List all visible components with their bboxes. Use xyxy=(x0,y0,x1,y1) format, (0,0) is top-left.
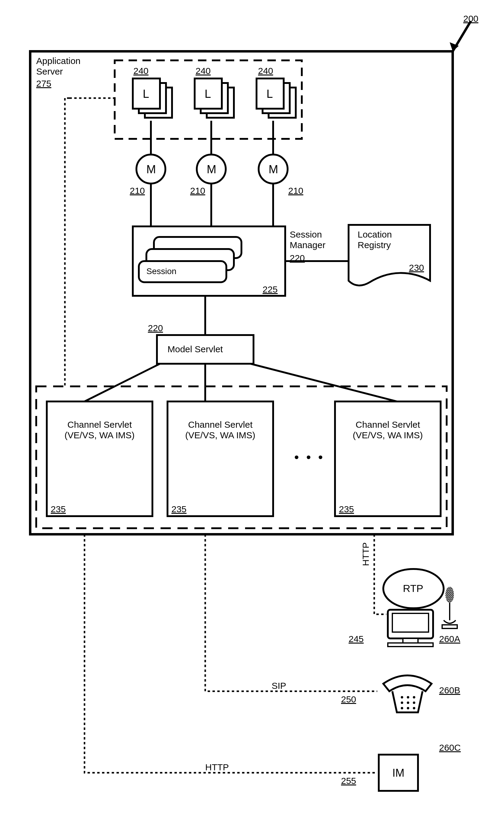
im-box-num: 260C xyxy=(439,743,461,753)
session-stack-num: 225 xyxy=(263,284,278,295)
channel-num-2: 235 xyxy=(171,504,187,515)
svg-point-51 xyxy=(407,702,409,704)
svg-rect-40 xyxy=(392,613,429,632)
svg-rect-42 xyxy=(388,643,433,647)
ellipsis: • • • xyxy=(294,450,325,465)
m-label-1: M xyxy=(146,163,156,176)
svg-rect-33 xyxy=(167,401,273,516)
app-server-label: Application Server xyxy=(36,56,81,77)
svg-rect-46 xyxy=(442,625,457,628)
channel-num-1: 235 xyxy=(51,504,66,515)
svg-point-48 xyxy=(407,696,409,698)
model-servlet-label: Model Servlet xyxy=(167,344,223,355)
channel-servlet-label-3: Channel Servlet (VE/VS, WA IMS) xyxy=(344,420,432,440)
svg-point-50 xyxy=(401,702,403,704)
l-num-2: 240 xyxy=(196,66,211,76)
l-num-1: 240 xyxy=(133,66,148,76)
m-num-1: 210 xyxy=(130,186,145,196)
l-label-3: L xyxy=(266,88,273,101)
svg-rect-41 xyxy=(403,638,418,643)
l-label-1: L xyxy=(143,88,149,101)
m-num-3: 210 xyxy=(288,186,303,196)
svg-point-49 xyxy=(413,696,415,698)
svg-point-44 xyxy=(445,587,454,602)
channel-servlet-label-1: Channel Servlet (VE/VS, WA IMS) xyxy=(56,420,143,440)
svg-line-28 xyxy=(85,364,160,401)
session-manager-label: Session Manager xyxy=(290,229,325,250)
svg-point-47 xyxy=(401,696,403,698)
phone-line-num: 250 xyxy=(341,694,356,705)
phone-num: 260B xyxy=(439,685,460,696)
svg-rect-32 xyxy=(47,401,152,516)
proto-sip: SIP xyxy=(272,681,286,691)
m-label-2: M xyxy=(207,163,216,176)
session-label: Session xyxy=(146,267,177,276)
svg-rect-34 xyxy=(335,401,441,516)
svg-point-52 xyxy=(413,702,415,704)
l-num-3: 240 xyxy=(258,66,273,76)
app-server-num: 275 xyxy=(36,78,51,89)
im-line-num: 255 xyxy=(341,776,356,786)
svg-point-55 xyxy=(413,707,415,709)
svg-point-54 xyxy=(407,707,409,709)
computer-a-num: 260A xyxy=(439,634,460,644)
im-label: IM xyxy=(392,767,404,779)
rtp-label: RTP xyxy=(403,583,423,594)
m-num-2: 210 xyxy=(190,186,205,196)
rtp-num: 245 xyxy=(349,634,364,644)
system-ref: 200 xyxy=(463,14,478,24)
location-registry-num: 230 xyxy=(409,263,424,273)
svg-point-53 xyxy=(401,707,403,709)
channel-num-3: 235 xyxy=(339,504,354,515)
svg-line-30 xyxy=(250,364,397,401)
l-label-2: L xyxy=(205,88,211,101)
proto-http-2: HTTP xyxy=(205,762,229,773)
diagram-svg xyxy=(0,0,504,815)
proto-http-1: HTTP xyxy=(361,542,371,566)
channel-servlet-label-2: Channel Servlet (VE/VS, WA IMS) xyxy=(177,420,264,440)
session-manager-num: 220 xyxy=(290,253,305,264)
location-registry-label: Location Registry xyxy=(358,229,392,250)
m-label-3: M xyxy=(269,163,278,176)
model-servlet-num: 220 xyxy=(148,323,163,334)
